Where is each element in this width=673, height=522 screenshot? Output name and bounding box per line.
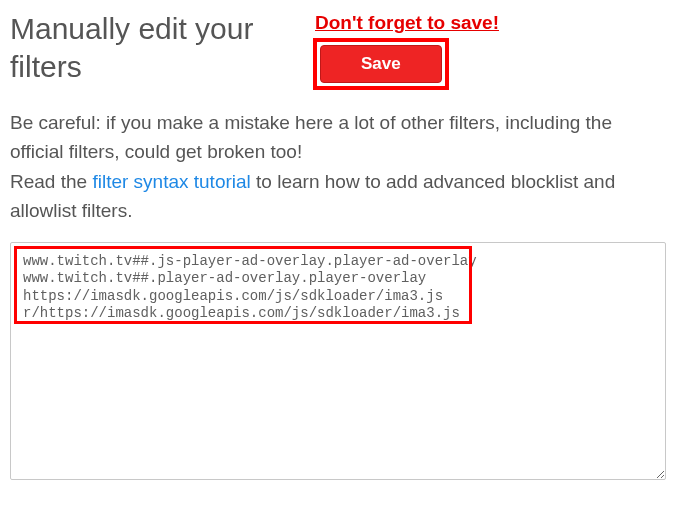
filter-syntax-tutorial-link[interactable]: filter syntax tutorial	[92, 171, 250, 192]
save-area: Don't forget to save! Save	[313, 10, 499, 90]
warning-text: Be careful: if you make a mistake here a…	[10, 112, 612, 162]
description-text: Be careful: if you make a mistake here a…	[10, 108, 663, 226]
save-button-highlight: Save	[313, 38, 449, 90]
save-button[interactable]: Save	[320, 45, 442, 83]
filter-textarea-container	[10, 242, 666, 480]
read-prefix: Read the	[10, 171, 92, 192]
save-reminder-text: Don't forget to save!	[313, 12, 499, 34]
page-title: Manually edit your filters	[10, 10, 305, 85]
filter-textarea[interactable]	[11, 243, 665, 479]
